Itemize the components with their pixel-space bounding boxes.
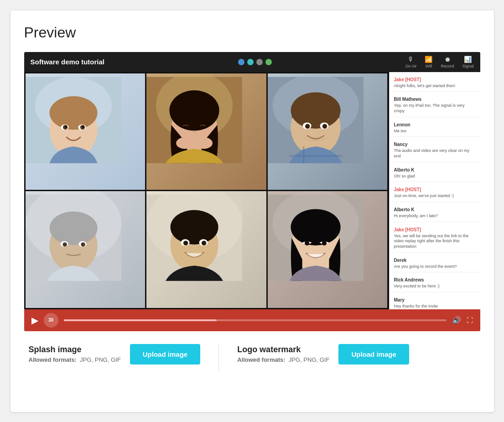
participant-3-face [268,73,364,167]
chat-message: Alberto KOh! so glad [390,162,480,182]
logo-formats: JPG, PNG, GIF [289,356,330,363]
svg-point-16 [176,137,193,149]
splash-image-group: Splash image Allowed formats: JPG, PNG, … [29,344,201,365]
chat-message-text: Yes, we will be sending out the link to … [394,234,476,250]
video-cell-5 [146,191,266,308]
signal-icon: 📊 [464,56,472,63]
chat-message: Jake [HOST]Yes, we will be sending out t… [390,222,480,253]
microphone-icon: 🎙 [408,56,414,63]
time-value: 30 [48,318,53,323]
dot-gray [256,59,263,65]
video-cell-6 [268,191,388,308]
participant-1-face [26,73,121,167]
video-cell-3 [268,73,388,190]
chat-message: DerekAre you going to record the event? [390,253,480,273]
svg-point-35 [81,242,85,246]
play-button[interactable]: ▶ [31,315,38,326]
page-title: Preview [24,24,480,41]
svg-point-50 [305,240,310,245]
video-grid [24,72,389,309]
svg-point-17 [195,137,213,149]
chat-message-text: Are you going to record the event? [394,264,476,270]
chat-message-name: Jake [HOST] [394,187,421,192]
chat-message-text: Very excited to be here :) [394,284,476,289]
chat-message: Jake [HOST]Just on-time, we've just star… [390,182,480,202]
dot-green [265,59,272,65]
chat-message-name: Jake [HOST] [394,77,421,82]
splash-image-title: Splash image [29,345,121,354]
svg-point-10 [82,125,83,127]
chat-message-text: The audio and video are very clear on my… [394,148,476,159]
chat-message-text: Hey thanks for the invite [394,304,476,309]
splash-image-labels: Splash image Allowed formats: JPG, PNG, … [29,345,121,363]
chat-message-name: Alberto K [394,167,415,172]
wifi-icon: 📶 [425,56,432,63]
progress-bar-container[interactable] [64,319,447,321]
svg-point-44 [202,240,207,245]
chat-sidebar: Jake [HOST]Alright folks, let's get star… [389,72,480,309]
chat-message-name: Bill Mathews [394,97,422,102]
webinar-main: Jake [HOST]Alright folks, let's get star… [24,72,480,309]
splash-upload-button[interactable]: Upload image [130,344,200,365]
bottom-section: Splash image Allowed formats: JPG, PNG, … [24,331,480,376]
webinar-title: Software demo tutorial [31,58,105,66]
topbar-status-icons: 🎙 On Air 📶 Wifi ⏺ Record 📊 Signal [405,56,473,68]
participant-6-face [268,191,364,284]
logo-watermark-labels: Logo watermark Allowed formats: JPG, PNG… [237,345,329,363]
svg-point-43 [183,240,188,245]
webinar-topbar: Software demo tutorial 🎙 On Air 📶 Wifi ⏺ [24,52,480,72]
splash-formats: JPG, PNG, GIF [80,356,121,363]
signal-indicator: 📊 Signal [462,56,473,68]
chat-message-text: Alright folks, let's get started then! [394,83,476,89]
chat-message: LennonMe too [390,117,480,137]
dot-blue [238,59,244,65]
expand-icon[interactable]: ⛶ [467,317,473,324]
chat-message-name: Nancy [394,142,408,147]
record-icon: ⏺ [444,56,451,63]
chat-messages-container: Jake [HOST]Alright folks, let's get star… [390,72,480,309]
chat-message-text: Me too [394,129,476,134]
chat-message: Alberto KHi everybody, am I late? [390,202,480,222]
participant-2-face [146,73,242,167]
splash-image-subtitle: Allowed formats: JPG, PNG, GIF [29,356,121,363]
topbar-dots [238,59,272,65]
chat-message: NancyThe audio and video are very clear … [390,137,480,162]
video-cell-1 [26,73,145,190]
logo-upload-button[interactable]: Upload image [338,344,409,365]
progress-bar-fill [64,319,217,321]
svg-point-15 [170,90,219,130]
participant-4-face [26,191,121,284]
video-cell-2 [146,73,266,190]
chat-message: MaryHey thanks for the invite [390,292,480,309]
chat-message-text: Hi everybody, am I late? [394,214,476,219]
chat-message-name: Alberto K [394,207,415,212]
page-container: Preview Software demo tutorial 🎙 On Air … [10,10,494,412]
svg-point-26 [322,124,327,129]
volume-icon[interactable]: 🔊 [452,316,461,324]
svg-point-25 [305,124,310,129]
wifi-indicator: 📶 Wifi [425,56,432,68]
wifi-label: Wifi [425,64,432,68]
section-divider [218,344,219,371]
logo-formats-prefix: Allowed formats: [237,356,285,363]
chat-message-name: Lennon [394,122,410,127]
logo-watermark-subtitle: Allowed formats: JPG, PNG, GIF [237,356,329,363]
chat-message-name: Rick Andrews [394,277,424,282]
dot-teal [247,59,254,65]
splash-formats-prefix: Allowed formats: [29,356,77,363]
chat-message: Rick AndrewsVery excited to be here :) [390,272,480,292]
record-label: Record [441,64,454,68]
video-preview-wrapper: Software demo tutorial 🎙 On Air 📶 Wifi ⏺ [24,52,480,331]
video-controls: ▶ 30 🔊 ⛶ [24,309,480,331]
video-cell-4 [26,191,145,308]
chat-message-name: Derek [394,258,407,263]
chat-message-text: Yep, on my iPad too. The signal is very … [394,103,476,114]
chat-message-text: Just on-time, we've just started :) [394,193,476,199]
record-indicator: ⏺ Record [441,56,454,68]
svg-point-9 [65,125,67,127]
logo-watermark-title: Logo watermark [237,345,329,354]
participant-5-face [146,191,242,284]
chat-message: Bill MathewsYep, on my iPad too. The sig… [390,92,480,117]
logo-watermark-group: Logo watermark Allowed formats: JPG, PNG… [237,344,409,365]
on-air-indicator: 🎙 On Air [405,56,416,68]
